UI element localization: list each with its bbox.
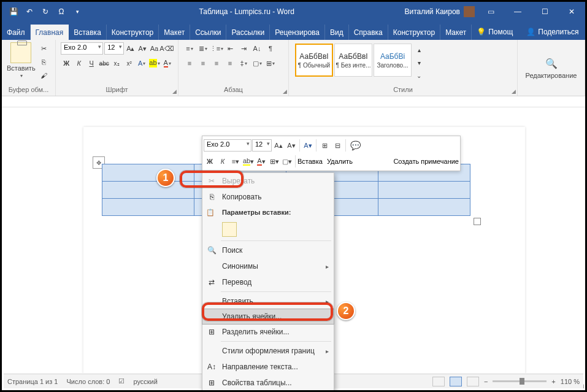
style-no-spacing[interactable]: АаБбВвІ ¶ Без инте... xyxy=(334,44,372,77)
mini-font-color-icon[interactable]: A▾ xyxy=(255,155,267,167)
justify-icon[interactable]: ≡ xyxy=(224,57,236,69)
styles-down-icon[interactable]: ▾ xyxy=(413,56,425,69)
multilevel-icon[interactable]: ⋮≡▾ xyxy=(210,42,223,55)
paste-option-1[interactable] xyxy=(222,222,237,237)
menu-search[interactable]: 🔍Поиск xyxy=(202,242,334,258)
mini-delete-label[interactable]: Удалить xyxy=(327,158,353,165)
view-read-icon[interactable] xyxy=(432,377,445,386)
mini-shading-icon[interactable]: ▢▾ xyxy=(281,155,293,167)
tab-table-design[interactable]: Конструктор xyxy=(388,25,440,40)
highlight-icon[interactable]: ab▾ xyxy=(148,57,160,69)
mini-comment-label[interactable]: Создать примечание xyxy=(393,158,459,165)
close-button[interactable]: ✕ xyxy=(558,2,585,21)
subscript-button[interactable]: x₂ xyxy=(111,57,122,69)
mini-highlight-icon[interactable]: ab▾ xyxy=(242,155,255,167)
redo-icon[interactable]: ↻ xyxy=(40,6,51,17)
font-name-select[interactable]: Exo 2.0 xyxy=(61,42,103,55)
styles-up-icon[interactable]: ▴ xyxy=(413,44,425,56)
mini-insert-table-icon[interactable]: ⊞ xyxy=(318,139,331,152)
tab-table-layout[interactable]: Макет xyxy=(440,25,472,40)
maximize-button[interactable]: ☐ xyxy=(531,2,558,21)
menu-border-styles[interactable]: Стили оформления границ▸ xyxy=(202,343,334,359)
italic-button[interactable]: К xyxy=(73,57,84,69)
style-heading1[interactable]: АаБбВі Заголово... xyxy=(374,44,412,77)
align-right-icon[interactable]: ≡ xyxy=(210,57,223,69)
menu-text-direction[interactable]: A↕Направление текста... xyxy=(202,359,334,375)
line-spacing-icon[interactable]: ‡▾ xyxy=(237,57,250,69)
tab-design[interactable]: Конструктор xyxy=(107,25,159,40)
menu-synonyms[interactable]: Синонимы▸ xyxy=(202,258,334,274)
share-button[interactable]: 👤Поделиться xyxy=(518,24,587,40)
status-page[interactable]: Страница 1 из 1 xyxy=(7,378,58,385)
mini-comment-button[interactable]: 💬 xyxy=(348,139,363,152)
shading-icon[interactable]: ▢▾ xyxy=(251,57,263,69)
menu-split-cells[interactable]: ⊞Разделить ячейки... xyxy=(202,324,334,340)
tab-references[interactable]: Ссылки xyxy=(190,25,226,40)
tab-mailings[interactable]: Рассылки xyxy=(226,25,270,40)
mini-italic-button[interactable]: К xyxy=(217,155,229,167)
numbering-icon[interactable]: ≣▾ xyxy=(197,42,209,55)
undo-icon[interactable]: ↶ xyxy=(24,6,35,17)
status-words[interactable]: Число слов: 0 xyxy=(66,378,110,385)
view-print-icon[interactable] xyxy=(450,377,462,386)
view-web-icon[interactable] xyxy=(467,377,479,386)
font-size-select[interactable]: 12 xyxy=(104,42,124,55)
menu-copy[interactable]: ⎘Копировать xyxy=(202,189,334,205)
tab-view[interactable]: Вид xyxy=(325,25,349,40)
symbol-icon[interactable]: Ω xyxy=(56,6,67,17)
font-color-icon[interactable]: A▾ xyxy=(162,57,173,69)
strike-button[interactable]: abc xyxy=(98,57,109,69)
ribbon-options-icon[interactable]: ▭ xyxy=(477,2,504,21)
show-marks-icon[interactable]: ¶ xyxy=(264,42,277,55)
bold-button[interactable]: Ж xyxy=(61,57,72,69)
grow-font-icon[interactable]: A▴ xyxy=(125,42,136,55)
format-painter-icon[interactable]: 🖌 xyxy=(38,69,50,82)
superscript-button[interactable]: x² xyxy=(123,57,134,69)
text-effects-icon[interactable]: A▾ xyxy=(136,57,147,69)
cut-icon[interactable]: ✂ xyxy=(38,42,50,55)
zoom-out-button[interactable]: − xyxy=(484,378,488,385)
align-left-icon[interactable]: ≡ xyxy=(183,57,196,69)
shrink-font-icon[interactable]: A▾ xyxy=(137,42,147,55)
paste-button[interactable]: Вставить ▾ xyxy=(7,42,36,82)
change-case-icon[interactable]: Aa xyxy=(149,42,159,55)
mini-font-size[interactable]: 12 xyxy=(252,139,272,152)
tab-file[interactable]: Файл xyxy=(2,25,31,40)
decrease-indent-icon[interactable]: ⇤ xyxy=(224,42,236,55)
style-normal[interactable]: АаБбВвІ ¶ Обычный xyxy=(295,44,333,77)
bullets-icon[interactable]: ≡▾ xyxy=(183,42,196,55)
zoom-value[interactable]: 110 % xyxy=(561,378,580,385)
clear-format-icon[interactable]: A⌫ xyxy=(161,42,173,55)
mini-insert-label[interactable]: Вставка xyxy=(297,158,323,165)
tab-review[interactable]: Рецензирова xyxy=(270,25,325,40)
underline-button[interactable]: Ч xyxy=(86,57,97,69)
find-icon[interactable]: 🔍 xyxy=(545,58,558,69)
tab-help[interactable]: Справка xyxy=(349,25,388,40)
align-center-icon[interactable]: ≡ xyxy=(197,57,209,69)
mini-font-name[interactable]: Exo 2.0 xyxy=(204,139,251,152)
sort-icon[interactable]: A↓ xyxy=(251,42,263,55)
tab-home[interactable]: Главная xyxy=(31,25,69,40)
qat-more-icon[interactable]: ▾ xyxy=(72,6,83,17)
menu-translate[interactable]: ⇄Перевод xyxy=(202,274,334,290)
save-icon[interactable]: 💾 xyxy=(8,6,19,17)
tab-layout[interactable]: Макет xyxy=(159,25,190,40)
mini-styles-icon[interactable]: A▾ xyxy=(302,139,314,152)
mini-shrink-font-icon[interactable]: A▾ xyxy=(285,139,297,152)
zoom-in-button[interactable]: + xyxy=(551,378,555,385)
minimize-button[interactable]: — xyxy=(504,2,531,21)
mini-align-icon[interactable]: ≡▾ xyxy=(229,155,242,167)
mini-bold-button[interactable]: Ж xyxy=(204,155,216,167)
borders-icon[interactable]: ⊞▾ xyxy=(264,57,277,69)
menu-table-properties[interactable]: ⊞Свойства таблицы... xyxy=(202,375,334,391)
tell-me[interactable]: 💡Помощ xyxy=(472,24,518,40)
user-account[interactable]: Виталий Каиров xyxy=(404,6,477,17)
copy-icon[interactable]: ⎘ xyxy=(38,56,50,68)
mini-grow-font-icon[interactable]: A▴ xyxy=(272,139,285,152)
status-language[interactable]: русский xyxy=(133,378,157,385)
mini-delete-table-icon[interactable]: ⊟ xyxy=(331,139,343,152)
styles-more-icon[interactable]: ⌄ xyxy=(413,69,425,82)
zoom-slider[interactable] xyxy=(493,380,547,382)
status-spellcheck-icon[interactable]: ☑ xyxy=(118,377,125,385)
tab-insert[interactable]: Вставка xyxy=(69,25,107,40)
